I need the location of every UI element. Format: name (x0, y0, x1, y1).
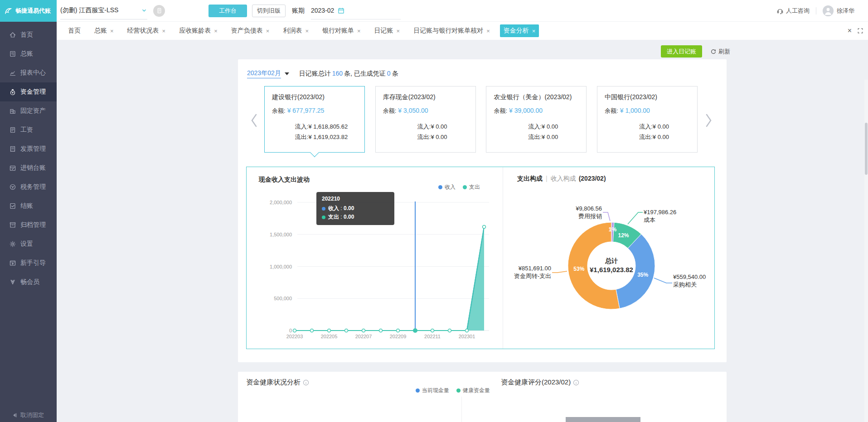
app-logo: 畅捷通易代账 (0, 0, 57, 22)
sidebar-item-总账[interactable]: 总账 (0, 44, 57, 63)
username: 徐泽华 (837, 7, 854, 15)
legend-dot (463, 185, 467, 189)
closing-icon (9, 202, 16, 210)
slice-name: 资金周转-支出 (514, 273, 551, 279)
sidebar-item-资金管理[interactable]: 资金管理 (0, 82, 57, 101)
tab-close-icon[interactable]: × (305, 28, 309, 34)
sidebar-item-发票管理[interactable]: 发票管理 (0, 139, 57, 158)
calendar-icon (338, 7, 344, 14)
tab-经营状况表[interactable]: 经营状况表× (124, 24, 170, 37)
tab-close-icon[interactable]: × (162, 28, 166, 34)
unpin-sidebar-button[interactable]: 取消固定 (0, 411, 57, 419)
slice-amount: ¥851,691.00 (518, 265, 551, 272)
tab-close-icon[interactable]: × (110, 28, 114, 34)
legend-item-支出[interactable]: 支出 (463, 183, 480, 191)
health-score-title: 资金健康评分(2023/02) (501, 378, 579, 387)
sidebar-item-归档管理[interactable]: 归档管理 (0, 216, 57, 235)
enter-journal-button[interactable]: 进入日记账 (661, 45, 702, 58)
carousel-next-icon[interactable] (704, 113, 714, 128)
health-score-gauge (566, 417, 640, 422)
composition-chart: 支出构成|收入构成(2023/02) 12%35%53%1%¥197,986.2… (503, 167, 715, 349)
period-label: 账期 (292, 7, 305, 15)
account-card[interactable]: 建设银行(2023/02)余额:¥ 677,977.25流入:¥ 1,618,8… (264, 86, 365, 153)
account-balance: 余额:¥ 677,977.25 (272, 107, 357, 115)
tab-close-icon[interactable]: × (266, 28, 270, 34)
cash-flow-chart-title: 现金收入支出波动 (259, 176, 310, 184)
charts-container: 现金收入支出波动 收入支出 0500,0001,000,0001,500,000… (246, 167, 715, 349)
sidebar-item-税务管理[interactable]: 税务管理 (0, 177, 57, 197)
account-inflow: 流入:¥ 1,618,805.62 (286, 121, 357, 132)
sidebar-item-新手引导[interactable]: 新手引导 (0, 254, 57, 273)
tab-资金分析[interactable]: 资金分析× (500, 24, 539, 37)
info-icon[interactable] (573, 379, 579, 386)
fixed-assets-icon (9, 107, 16, 115)
tab-close-icon[interactable]: × (214, 28, 218, 34)
sidebar-item-固定资产[interactable]: 固定资产 (0, 101, 57, 120)
logo-icon (4, 6, 13, 15)
tooltip-row: 支出 : 0.00 (322, 213, 389, 221)
account-balance: 余额:¥ 1,000.00 (605, 107, 690, 115)
topbar: (勿删) 江西服宝-LSS 工作台 切到旧版 账期 2023-02 人工咨询 徐… (57, 0, 868, 22)
user-menu[interactable]: 徐泽华 (823, 5, 854, 16)
tooltip-title: 202210 (322, 196, 389, 202)
account-card[interactable]: 中国银行(2023/02)余额:¥ 1,000.00流入:¥ 0.00流出:¥ … (597, 86, 698, 153)
tab-close-icon[interactable]: × (486, 28, 490, 34)
svg-text:2,000,000: 2,000,000 (270, 200, 292, 205)
fullscreen-icon[interactable] (857, 28, 863, 34)
legend-item-收入[interactable]: 收入 (438, 183, 456, 191)
tab-首页[interactable]: 首页 (64, 24, 84, 37)
refresh-button[interactable]: 刷新 (710, 48, 730, 56)
period-date-picker[interactable]: 2023-02 (311, 2, 401, 19)
account-inflow: 流入:¥ 0.00 (507, 121, 579, 132)
tab-应收账龄表[interactable]: 应收账龄表× (175, 24, 221, 37)
collapse-pin-icon (12, 412, 18, 418)
tab-close-icon[interactable]: × (532, 28, 536, 34)
legend-dot (416, 388, 420, 393)
tab-银行对账单[interactable]: 银行对账单× (319, 24, 364, 37)
close-all-tabs-icon[interactable]: × (848, 27, 852, 35)
cash-flow-legend: 收入支出 (438, 183, 480, 191)
account-card[interactable]: 农业银行（美金）(2023/02)余额:¥ 39,000.00流入:¥ 0.00… (486, 86, 587, 153)
slice-name: 采购相关 (673, 281, 697, 288)
tab-资产负债表[interactable]: 资产负债表× (228, 24, 273, 37)
carousel-prev-icon[interactable] (249, 113, 259, 128)
svg-text:53%: 53% (573, 266, 584, 272)
account-inflow: 流入:¥ 0.00 (397, 121, 468, 132)
workbench-button[interactable]: 工作台 (209, 5, 247, 17)
tab-close-icon[interactable]: × (397, 28, 400, 34)
legend-dot (456, 388, 461, 393)
tab-总账[interactable]: 总账× (91, 24, 117, 37)
payroll-icon (9, 126, 16, 134)
scrollbar-thumb[interactable] (865, 123, 868, 175)
income-composition-toggle[interactable]: 收入构成 (551, 175, 576, 182)
account-card[interactable]: 库存现金(2023/02)余额:¥ 3,050.00流入:¥ 0.00流出:¥ … (375, 86, 476, 153)
month-selector[interactable]: 2023年02月 (247, 69, 281, 78)
svg-text:202205: 202205 (321, 334, 338, 339)
notes-button[interactable] (153, 5, 165, 17)
svg-text:35%: 35% (637, 272, 648, 278)
tab-日记账[interactable]: 日记账× (371, 24, 404, 37)
info-icon[interactable] (303, 379, 309, 386)
tab-close-icon[interactable]: × (357, 28, 361, 34)
sidebar-item-进销台账[interactable]: 进销台账 (0, 158, 57, 177)
avatar (823, 5, 834, 16)
legend-item-健康资金量[interactable]: 健康资金量 (456, 387, 490, 394)
sidebar-item-工资[interactable]: 工资 (0, 120, 57, 139)
sidebar-item-首页[interactable]: 首页 (0, 25, 57, 44)
tab-日记账与银行对账单核对[interactable]: 日记账与银行对账单核对× (410, 24, 494, 37)
tab-利润表[interactable]: 利润表× (279, 24, 312, 37)
voucher-count: 0 (387, 70, 391, 77)
tax-icon (9, 183, 16, 191)
svg-text:0: 0 (289, 328, 292, 333)
sidebar-item-畅会员[interactable]: 畅会员 (0, 273, 57, 292)
support-button[interactable]: 人工咨询 (776, 7, 810, 15)
svg-text:202207: 202207 (355, 334, 372, 339)
switch-old-version-button[interactable]: 切到旧版 (252, 5, 286, 17)
sidebar-item-结账[interactable]: 结账 (0, 197, 57, 216)
expense-composition-toggle[interactable]: 支出构成 (517, 175, 543, 182)
sidebar-item-设置[interactable]: 设置 (0, 235, 57, 254)
slice-name: 费用报销 (578, 213, 602, 220)
sidebar-item-报表中心[interactable]: 报表中心 (0, 63, 57, 82)
company-selector[interactable]: (勿删) 江西服宝-LSS (60, 2, 147, 19)
legend-item-当前现金量[interactable]: 当前现金量 (416, 387, 449, 394)
